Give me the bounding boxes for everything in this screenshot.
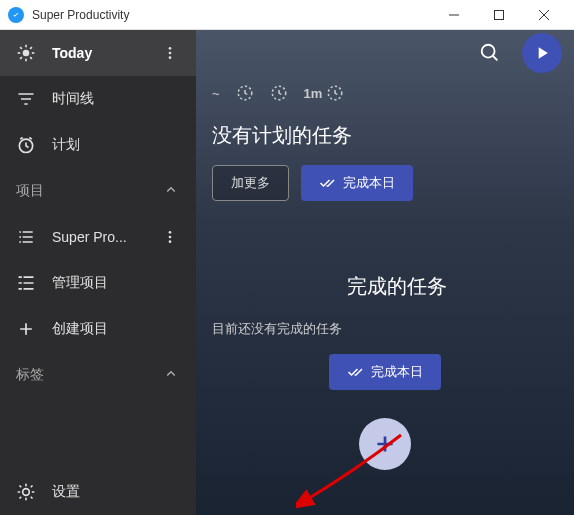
- sidebar-item-plan[interactable]: 计划: [0, 122, 196, 168]
- section-label: 项目: [16, 182, 162, 200]
- window-controls: [431, 0, 566, 30]
- search-button[interactable]: [470, 33, 510, 73]
- button-label: 加更多: [231, 174, 270, 192]
- sidebar-item-label: 管理项目: [52, 274, 180, 292]
- svg-point-15: [169, 236, 172, 239]
- section-label: 标签: [16, 366, 162, 384]
- sidebar-item-create-project[interactable]: 创建项目: [0, 306, 196, 352]
- sidebar-item-settings[interactable]: 设置: [0, 469, 196, 515]
- clock-icon: [16, 135, 36, 155]
- sidebar-item-project[interactable]: Super Pro...: [0, 214, 196, 260]
- sidebar-item-label: 计划: [52, 136, 180, 154]
- svg-point-10: [169, 47, 172, 50]
- main-content: ~ 1m 没有计划的任务 加更多 完成本日 完成的任务 目前还没有完成的任务: [196, 30, 574, 515]
- svg-point-1: [23, 50, 30, 57]
- filter-icon: [16, 89, 36, 109]
- sidebar-item-label: 设置: [52, 483, 180, 501]
- sidebar-section-tags[interactable]: 标签: [0, 352, 196, 398]
- svg-line-9: [30, 47, 32, 49]
- stat-timer: 1m: [304, 84, 345, 102]
- svg-point-16: [169, 240, 172, 243]
- sun-icon: [16, 43, 36, 63]
- check-all-icon: [319, 174, 337, 192]
- maximize-button[interactable]: [476, 0, 521, 30]
- sidebar: Today 时间线 计划 项目 Super Pro... 管理项目 创建项目: [0, 30, 196, 515]
- button-label: 完成本日: [371, 363, 423, 381]
- more-icon[interactable]: [160, 45, 180, 61]
- search-icon: [479, 42, 501, 64]
- gear-icon: [16, 482, 36, 502]
- add-more-button[interactable]: 加更多: [212, 165, 289, 201]
- more-icon[interactable]: [160, 229, 180, 245]
- app-icon: [8, 7, 24, 23]
- minimize-button[interactable]: [431, 0, 476, 30]
- finish-day-button[interactable]: 完成本日: [301, 165, 413, 201]
- sidebar-item-label: 创建项目: [52, 320, 180, 338]
- button-label: 完成本日: [343, 174, 395, 192]
- svg-line-6: [20, 47, 22, 49]
- play-icon: [532, 43, 552, 63]
- close-button[interactable]: [521, 0, 566, 30]
- sidebar-item-label: Today: [52, 45, 160, 61]
- action-row-2: 完成本日: [196, 354, 574, 410]
- check-all-icon: [347, 363, 365, 381]
- chevron-up-icon: [162, 181, 180, 202]
- no-planned-tasks-heading: 没有计划的任务: [196, 110, 574, 165]
- add-task-fab[interactable]: [359, 418, 411, 470]
- svg-rect-0: [494, 10, 503, 19]
- stat-history: [236, 84, 254, 102]
- sidebar-item-label: 时间线: [52, 90, 180, 108]
- no-completed-text: 目前还没有完成的任务: [196, 316, 574, 354]
- chevron-up-icon: [162, 365, 180, 386]
- manage-icon: [16, 273, 36, 293]
- main-header: [196, 30, 574, 76]
- plus-icon: [16, 319, 36, 339]
- wave-icon: ~: [212, 86, 220, 101]
- list-icon: [16, 227, 36, 247]
- finish-day-button-2[interactable]: 完成本日: [329, 354, 441, 390]
- completed-tasks-heading: 完成的任务: [196, 261, 574, 316]
- action-row: 加更多 完成本日: [196, 165, 574, 221]
- sidebar-item-label: Super Pro...: [52, 229, 160, 245]
- stats-row: ~ 1m: [196, 76, 574, 110]
- sidebar-section-projects[interactable]: 项目: [0, 168, 196, 214]
- svg-line-7: [30, 57, 32, 59]
- window-title: Super Productivity: [32, 8, 431, 22]
- stat-clock: [270, 84, 288, 102]
- svg-point-17: [482, 45, 495, 58]
- svg-point-14: [169, 231, 172, 234]
- svg-line-8: [20, 57, 22, 59]
- sidebar-item-today[interactable]: Today: [0, 30, 196, 76]
- sidebar-item-manage-projects[interactable]: 管理项目: [0, 260, 196, 306]
- titlebar: Super Productivity: [0, 0, 574, 30]
- sidebar-item-timeline[interactable]: 时间线: [0, 76, 196, 122]
- plus-icon: [372, 431, 398, 457]
- timer-value: 1m: [304, 86, 323, 101]
- svg-point-11: [169, 52, 172, 55]
- svg-point-12: [169, 56, 172, 59]
- play-button[interactable]: [522, 33, 562, 73]
